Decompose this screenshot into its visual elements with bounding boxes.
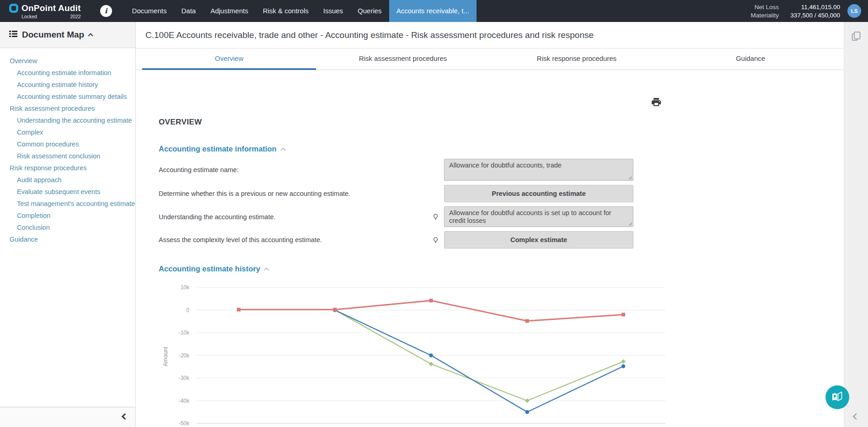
y-tick-label: -40k: [179, 398, 190, 404]
sidebar-item-completion[interactable]: Completion: [0, 210, 135, 222]
document-map-title: Document Map: [22, 30, 84, 40]
marker-circle: [525, 410, 529, 414]
marker-diamond: [429, 362, 433, 366]
top-bar: OnPoint Audit Locked 2022 i DocumentsDat…: [0, 0, 868, 22]
resize-handle[interactable]: [628, 222, 632, 226]
printer-icon: [651, 97, 662, 108]
sidebar-item-evaluate-subsequent-events[interactable]: Evaluate subsequent events: [0, 186, 135, 198]
guidance-book-icon: [830, 391, 844, 404]
materiality-label: Materiality: [750, 12, 779, 19]
section-heading-accounting-estimate-information[interactable]: Accounting estimate information: [159, 145, 285, 153]
textarea-value: Allowance for doubtful accounts, trade: [449, 162, 562, 169]
print-button[interactable]: [651, 97, 662, 109]
sidebar-item-risk-assessment-procedures[interactable]: Risk assessment procedures: [0, 103, 135, 114]
field-label: Accounting estimate name:: [159, 166, 406, 173]
resize-handle[interactable]: [628, 175, 632, 179]
onpoint-ring-icon: [9, 4, 18, 13]
list-icon: [9, 31, 17, 39]
form-row: Determine whether this is a previous or …: [159, 185, 633, 202]
tab-guidance[interactable]: Guidance: [664, 49, 837, 70]
form-row: Understanding the accounting estimate.Al…: [159, 206, 633, 227]
work-program-page: C.100E Accounts receivable, trade and ot…: [136, 22, 844, 427]
engagement-metrics: Net Loss 11,461,015.00 Materiality 337,5…: [750, 4, 840, 19]
textarea-understanding-the-accounting-estimate[interactable]: Allowance for doubtful accounts is set u…: [444, 206, 633, 227]
tab-content: OVERVIEW Accounting estimate information…: [136, 70, 844, 427]
chevron-up-icon: [264, 267, 269, 272]
form-row: Assess the complexity level of this acco…: [159, 231, 633, 249]
engagement-year: 2022: [70, 14, 80, 19]
marker-square: [525, 319, 529, 323]
sidebar-item-complex[interactable]: Complex: [0, 126, 135, 138]
form-row: Accounting estimate name:Allowance for d…: [159, 159, 633, 181]
section-heading-accounting-estimate-history[interactable]: Accounting estimate history: [159, 265, 268, 273]
series-line-blue-circles: [335, 310, 623, 412]
sidebar-item-accounting-estimate-summary-details[interactable]: Accounting estimate summary details: [0, 91, 135, 103]
chevron-up-icon: [280, 147, 285, 152]
sidebar-item-accounting-estimate-information[interactable]: Accounting estimate information: [0, 67, 135, 79]
nav-item-queries[interactable]: Queries: [350, 0, 389, 22]
nav-item-adjustments[interactable]: Adjustments: [203, 0, 256, 22]
y-tick-label: -10k: [179, 330, 190, 336]
nav-item-issues[interactable]: Issues: [316, 0, 350, 22]
page-title: C.100E Accounts receivable, trade and ot…: [145, 30, 594, 40]
section-title: Accounting estimate history: [159, 265, 260, 273]
nav-item-data[interactable]: Data: [174, 0, 203, 22]
net-loss-label: Net Loss: [750, 4, 779, 11]
sidebar-item-audit-approach[interactable]: Audit approach: [0, 174, 135, 186]
guidance-fab-button[interactable]: [825, 385, 849, 409]
y-tick-label: 10k: [181, 284, 190, 291]
nav-item-accounts-receivable-t[interactable]: Accounts receivable, t...: [389, 0, 477, 22]
document-map-header[interactable]: Document Map: [0, 22, 135, 48]
materiality-value: 337,500 / 450,000: [786, 12, 840, 19]
field-label: Determine whether this is a previous or …: [159, 190, 406, 197]
sidebar-item-risk-assessment-conclusion[interactable]: Risk assessment conclusion: [0, 150, 135, 162]
y-tick-label: -30k: [179, 375, 190, 381]
pages-icon[interactable]: [852, 31, 861, 43]
chevron-up-icon: [88, 33, 93, 38]
sidebar-item-understanding-the-accounting-estimate[interactable]: Understanding the accounting estimate: [0, 114, 135, 126]
avatar[interactable]: LS: [847, 4, 861, 18]
overview-heading: OVERVIEW: [159, 118, 202, 127]
sidebar-item-risk-response-procedures[interactable]: Risk response procedures: [0, 162, 135, 174]
locked-badge: Locked: [21, 14, 37, 19]
field-label: Assess the complexity level of this acco…: [159, 236, 406, 243]
sidebar-item-overview[interactable]: Overview: [0, 55, 135, 67]
sidebar-item-test-management-s-accounting-estimate[interactable]: Test management's accounting estimate: [0, 198, 135, 210]
marker-diamond: [621, 359, 626, 364]
estimate-form: Accounting estimate name:Allowance for d…: [159, 159, 633, 253]
app-title: OnPoint Audit: [21, 3, 81, 13]
sidebar-item-accounting-estimate-history[interactable]: Accounting estimate history: [0, 79, 135, 91]
document-map-panel: Document Map OverviewAccounting estimate…: [0, 22, 136, 427]
lightbulb-icon[interactable]: [427, 235, 444, 245]
nav-item-documents[interactable]: Documents: [125, 0, 174, 22]
tab-risk-response-procedures[interactable]: Risk response procedures: [490, 49, 664, 70]
field-label: Understanding the accounting estimate.: [159, 213, 406, 221]
marker-circle: [429, 353, 433, 357]
tab-overview[interactable]: Overview: [142, 49, 316, 70]
button-previous-accounting-estimate[interactable]: Previous accounting estimate: [444, 185, 633, 202]
app-brand[interactable]: OnPoint Audit Locked 2022: [9, 3, 81, 19]
right-rail: [844, 22, 868, 427]
textarea-accounting-estimate-name[interactable]: Allowance for doubtful accounts, trade: [444, 159, 633, 181]
document-map-list: OverviewAccounting estimate informationA…: [0, 48, 135, 245]
y-axis-label: Amount: [162, 346, 169, 367]
marker-square: [622, 313, 625, 316]
info-icon[interactable]: i: [100, 5, 112, 17]
nav-item-risk-controls[interactable]: Risk & controls: [256, 0, 316, 22]
marker-square: [429, 299, 433, 303]
lightbulb-icon[interactable]: [427, 212, 444, 222]
series-line-red-squares: [239, 301, 623, 321]
marker-circle: [622, 364, 625, 368]
sidebar-item-conclusion[interactable]: Conclusion: [0, 222, 135, 233]
document-header: C.100E Accounts receivable, trade and ot…: [136, 22, 844, 49]
net-loss-value: 11,461,015.00: [786, 4, 840, 11]
marker-diamond: [525, 398, 530, 403]
accounting-estimate-history-chart: 10k0-10k-20k-30k-40k-50kAmount: [161, 279, 669, 427]
sidebar-item-common-procedures[interactable]: Common procedures: [0, 138, 135, 150]
expand-panel-chevron-left-icon[interactable]: [854, 412, 858, 421]
tab-risk-assessment-procedures[interactable]: Risk assessment procedures: [316, 49, 490, 70]
button-complex-estimate[interactable]: Complex estimate: [444, 231, 633, 249]
marker-square: [237, 308, 241, 312]
collapse-sidebar-chevron-left-icon[interactable]: [122, 413, 128, 420]
sidebar-item-guidance[interactable]: Guidance: [0, 233, 135, 245]
